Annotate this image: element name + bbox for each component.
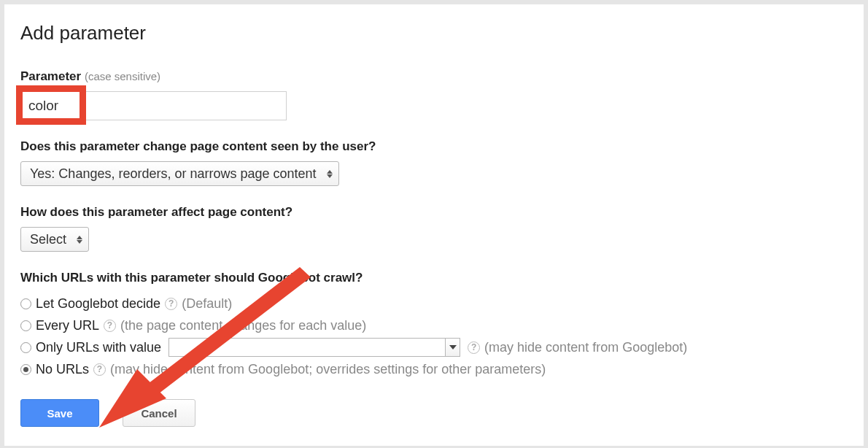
- radio-only-urls-with-value[interactable]: [20, 342, 31, 353]
- combo-dropdown-icon: [445, 339, 460, 356]
- affect-content-label: How does this parameter affect page cont…: [20, 205, 848, 220]
- radio-let-googlebot-decide[interactable]: [20, 298, 31, 309]
- radio-hint: (the page content changes for each value…: [120, 314, 366, 336]
- help-icon[interactable]: ?: [165, 298, 177, 310]
- select-arrows-icon: [327, 170, 333, 178]
- radio-hint: (may hide content from Googlebot): [484, 336, 687, 358]
- affect-content-select[interactable]: Select: [20, 227, 89, 252]
- save-button[interactable]: Save: [20, 399, 99, 427]
- select-arrows-icon: [77, 236, 82, 244]
- help-icon[interactable]: ?: [468, 341, 480, 354]
- page-title: Add parameter: [20, 22, 848, 45]
- help-icon[interactable]: ?: [104, 320, 116, 332]
- parameter-label: Parameter (case sensitive): [20, 69, 848, 84]
- affect-content-selected: Select: [30, 232, 66, 247]
- parameter-hint: (case sensitive): [85, 70, 160, 82]
- radio-hint: (Default): [182, 293, 232, 314]
- radio-every-url[interactable]: [20, 320, 31, 331]
- radio-hint: (may hide content from Googlebot; overri…: [110, 358, 546, 380]
- radio-no-urls[interactable]: [20, 364, 31, 375]
- cancel-button[interactable]: Cancel: [123, 399, 195, 427]
- radio-label: Let Googlebot decide: [36, 293, 160, 314]
- change-content-selected: Yes: Changes, reorders, or narrows page …: [30, 166, 317, 182]
- parameter-input[interactable]: [20, 91, 287, 120]
- radio-label: Every URL: [36, 314, 99, 336]
- change-content-label: Does this parameter change page content …: [20, 139, 848, 154]
- radio-label: No URLs: [36, 358, 89, 380]
- radio-label: Only URLs with value: [36, 336, 161, 358]
- only-urls-value-combo[interactable]: [168, 338, 460, 357]
- change-content-select[interactable]: Yes: Changes, reorders, or narrows page …: [20, 161, 339, 186]
- help-icon[interactable]: ?: [93, 363, 106, 376]
- crawl-label: Which URLs with this parameter should Go…: [20, 271, 848, 285]
